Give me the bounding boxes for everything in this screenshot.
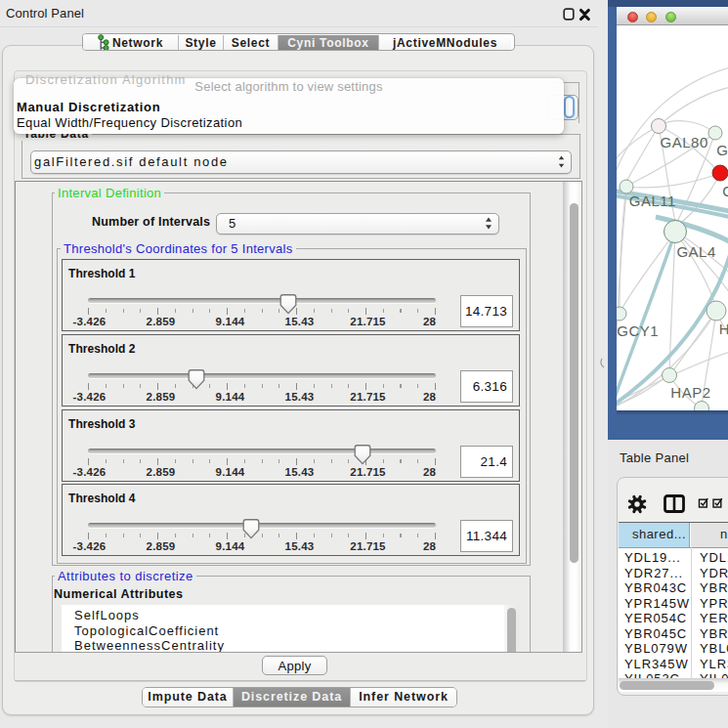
svg-text:GA: GA — [722, 183, 728, 199]
svg-text:GAL4: GAL4 — [676, 243, 715, 260]
svg-text:HAP2: HAP2 — [670, 384, 710, 401]
svg-text:GAL3: GAL3 — [716, 142, 728, 158]
svg-text:HI: HI — [719, 321, 728, 337]
svg-text:GAL11: GAL11 — [629, 193, 676, 209]
svg-text:GAL80: GAL80 — [661, 134, 708, 150]
svg-text:GCY1: GCY1 — [617, 322, 659, 339]
